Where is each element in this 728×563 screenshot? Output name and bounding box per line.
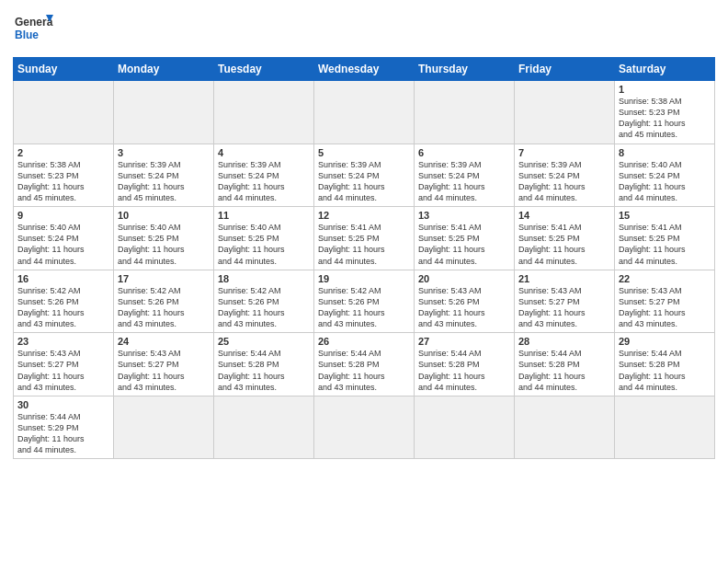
day-info: Sunrise: 5:39 AM Sunset: 5:24 PM Dayligh… <box>418 159 510 204</box>
day-number: 6 <box>418 147 510 158</box>
day-info: Sunrise: 5:44 AM Sunset: 5:28 PM Dayligh… <box>418 348 510 393</box>
calendar-day-cell: 5Sunrise: 5:39 AM Sunset: 5:24 PM Daylig… <box>314 144 415 207</box>
calendar-week-row: 23Sunrise: 5:43 AM Sunset: 5:27 PM Dayli… <box>14 333 715 396</box>
calendar-week-row: 9Sunrise: 5:40 AM Sunset: 5:24 PM Daylig… <box>14 207 715 270</box>
calendar-day-cell: 21Sunrise: 5:43 AM Sunset: 5:27 PM Dayli… <box>515 270 615 333</box>
day-info: Sunrise: 5:40 AM Sunset: 5:24 PM Dayligh… <box>619 159 711 204</box>
weekday-header-thursday: Thursday <box>415 58 515 81</box>
weekday-header-monday: Monday <box>114 58 214 81</box>
header: General Blue <box>13 9 715 50</box>
calendar-day-cell: 16Sunrise: 5:42 AM Sunset: 5:26 PM Dayli… <box>14 270 114 333</box>
calendar-day-cell <box>515 81 615 144</box>
calendar-table: SundayMondayTuesdayWednesdayThursdayFrid… <box>13 57 715 459</box>
calendar-day-cell: 18Sunrise: 5:42 AM Sunset: 5:26 PM Dayli… <box>214 270 314 333</box>
calendar-day-cell: 30Sunrise: 5:44 AM Sunset: 5:29 PM Dayli… <box>14 396 114 459</box>
weekday-header-row: SundayMondayTuesdayWednesdayThursdayFrid… <box>14 58 715 81</box>
calendar-day-cell <box>214 396 314 459</box>
day-number: 1 <box>619 84 711 95</box>
calendar-day-cell: 15Sunrise: 5:41 AM Sunset: 5:25 PM Dayli… <box>615 207 715 270</box>
calendar-day-cell <box>314 396 415 459</box>
day-info: Sunrise: 5:43 AM Sunset: 5:27 PM Dayligh… <box>17 348 109 393</box>
day-info: Sunrise: 5:39 AM Sunset: 5:24 PM Dayligh… <box>518 159 610 204</box>
day-number: 25 <box>218 336 310 347</box>
weekday-header-sunday: Sunday <box>14 58 114 81</box>
day-number: 2 <box>17 147 109 158</box>
day-number: 20 <box>418 273 510 284</box>
day-info: Sunrise: 5:42 AM Sunset: 5:26 PM Dayligh… <box>318 285 410 330</box>
svg-text:Blue: Blue <box>15 29 39 41</box>
day-info: Sunrise: 5:41 AM Sunset: 5:25 PM Dayligh… <box>318 222 410 267</box>
calendar-day-cell: 10Sunrise: 5:40 AM Sunset: 5:25 PM Dayli… <box>114 207 214 270</box>
calendar-day-cell <box>615 396 715 459</box>
day-info: Sunrise: 5:44 AM Sunset: 5:28 PM Dayligh… <box>619 348 711 393</box>
calendar-day-cell <box>114 81 214 144</box>
day-number: 26 <box>318 336 410 347</box>
day-number: 13 <box>418 210 510 221</box>
day-number: 8 <box>619 147 711 158</box>
calendar-day-cell: 6Sunrise: 5:39 AM Sunset: 5:24 PM Daylig… <box>415 144 515 207</box>
calendar-day-cell <box>314 81 415 144</box>
day-info: Sunrise: 5:38 AM Sunset: 5:23 PM Dayligh… <box>619 96 711 141</box>
weekday-header-friday: Friday <box>515 58 615 81</box>
day-info: Sunrise: 5:43 AM Sunset: 5:27 PM Dayligh… <box>619 285 711 330</box>
day-info: Sunrise: 5:42 AM Sunset: 5:26 PM Dayligh… <box>17 285 109 330</box>
calendar-day-cell: 13Sunrise: 5:41 AM Sunset: 5:25 PM Dayli… <box>415 207 515 270</box>
calendar-day-cell: 25Sunrise: 5:44 AM Sunset: 5:28 PM Dayli… <box>214 333 314 396</box>
day-info: Sunrise: 5:39 AM Sunset: 5:24 PM Dayligh… <box>118 159 210 204</box>
day-info: Sunrise: 5:43 AM Sunset: 5:27 PM Dayligh… <box>518 285 610 330</box>
calendar-day-cell: 11Sunrise: 5:40 AM Sunset: 5:25 PM Dayli… <box>214 207 314 270</box>
day-number: 7 <box>518 147 610 158</box>
calendar-day-cell: 27Sunrise: 5:44 AM Sunset: 5:28 PM Dayli… <box>415 333 515 396</box>
day-info: Sunrise: 5:39 AM Sunset: 5:24 PM Dayligh… <box>318 159 410 204</box>
day-number: 17 <box>118 273 210 284</box>
calendar-week-row: 2Sunrise: 5:38 AM Sunset: 5:23 PM Daylig… <box>14 144 715 207</box>
calendar-day-cell: 28Sunrise: 5:44 AM Sunset: 5:28 PM Dayli… <box>515 333 615 396</box>
calendar-day-cell: 12Sunrise: 5:41 AM Sunset: 5:25 PM Dayli… <box>314 207 415 270</box>
day-info: Sunrise: 5:43 AM Sunset: 5:27 PM Dayligh… <box>118 348 210 393</box>
day-number: 29 <box>619 336 711 347</box>
day-info: Sunrise: 5:42 AM Sunset: 5:26 PM Dayligh… <box>118 285 210 330</box>
weekday-header-tuesday: Tuesday <box>214 58 314 81</box>
day-info: Sunrise: 5:40 AM Sunset: 5:24 PM Dayligh… <box>17 222 109 267</box>
logo-icon: General Blue <box>13 9 53 50</box>
calendar-day-cell: 26Sunrise: 5:44 AM Sunset: 5:28 PM Dayli… <box>314 333 415 396</box>
day-number: 5 <box>318 147 410 158</box>
day-info: Sunrise: 5:39 AM Sunset: 5:24 PM Dayligh… <box>218 159 310 204</box>
day-number: 14 <box>518 210 610 221</box>
calendar-day-cell: 3Sunrise: 5:39 AM Sunset: 5:24 PM Daylig… <box>114 144 214 207</box>
calendar-day-cell: 14Sunrise: 5:41 AM Sunset: 5:25 PM Dayli… <box>515 207 615 270</box>
calendar-day-cell: 23Sunrise: 5:43 AM Sunset: 5:27 PM Dayli… <box>14 333 114 396</box>
day-info: Sunrise: 5:40 AM Sunset: 5:25 PM Dayligh… <box>118 222 210 267</box>
day-number: 3 <box>118 147 210 158</box>
calendar-day-cell <box>515 396 615 459</box>
day-number: 27 <box>418 336 510 347</box>
calendar-day-cell: 19Sunrise: 5:42 AM Sunset: 5:26 PM Dayli… <box>314 270 415 333</box>
day-info: Sunrise: 5:44 AM Sunset: 5:28 PM Dayligh… <box>518 348 610 393</box>
day-number: 9 <box>17 210 109 221</box>
calendar-day-cell: 24Sunrise: 5:43 AM Sunset: 5:27 PM Dayli… <box>114 333 214 396</box>
calendar-day-cell: 17Sunrise: 5:42 AM Sunset: 5:26 PM Dayli… <box>114 270 214 333</box>
day-number: 4 <box>218 147 310 158</box>
day-info: Sunrise: 5:42 AM Sunset: 5:26 PM Dayligh… <box>218 285 310 330</box>
day-number: 16 <box>17 273 109 284</box>
weekday-header-wednesday: Wednesday <box>314 58 415 81</box>
calendar-day-cell: 8Sunrise: 5:40 AM Sunset: 5:24 PM Daylig… <box>615 144 715 207</box>
day-number: 24 <box>118 336 210 347</box>
day-number: 19 <box>318 273 410 284</box>
day-number: 18 <box>218 273 310 284</box>
day-info: Sunrise: 5:41 AM Sunset: 5:25 PM Dayligh… <box>619 222 711 267</box>
day-number: 21 <box>518 273 610 284</box>
day-info: Sunrise: 5:41 AM Sunset: 5:25 PM Dayligh… <box>418 222 510 267</box>
day-number: 28 <box>518 336 610 347</box>
day-info: Sunrise: 5:44 AM Sunset: 5:28 PM Dayligh… <box>218 348 310 393</box>
calendar-day-cell <box>214 81 314 144</box>
day-number: 12 <box>318 210 410 221</box>
calendar-day-cell: 1Sunrise: 5:38 AM Sunset: 5:23 PM Daylig… <box>615 81 715 144</box>
calendar-day-cell <box>415 81 515 144</box>
calendar-week-row: 1Sunrise: 5:38 AM Sunset: 5:23 PM Daylig… <box>14 81 715 144</box>
day-info: Sunrise: 5:38 AM Sunset: 5:23 PM Dayligh… <box>17 159 109 204</box>
calendar-week-row: 16Sunrise: 5:42 AM Sunset: 5:26 PM Dayli… <box>14 270 715 333</box>
calendar-day-cell: 4Sunrise: 5:39 AM Sunset: 5:24 PM Daylig… <box>214 144 314 207</box>
weekday-header-saturday: Saturday <box>615 58 715 81</box>
calendar-day-cell: 22Sunrise: 5:43 AM Sunset: 5:27 PM Dayli… <box>615 270 715 333</box>
